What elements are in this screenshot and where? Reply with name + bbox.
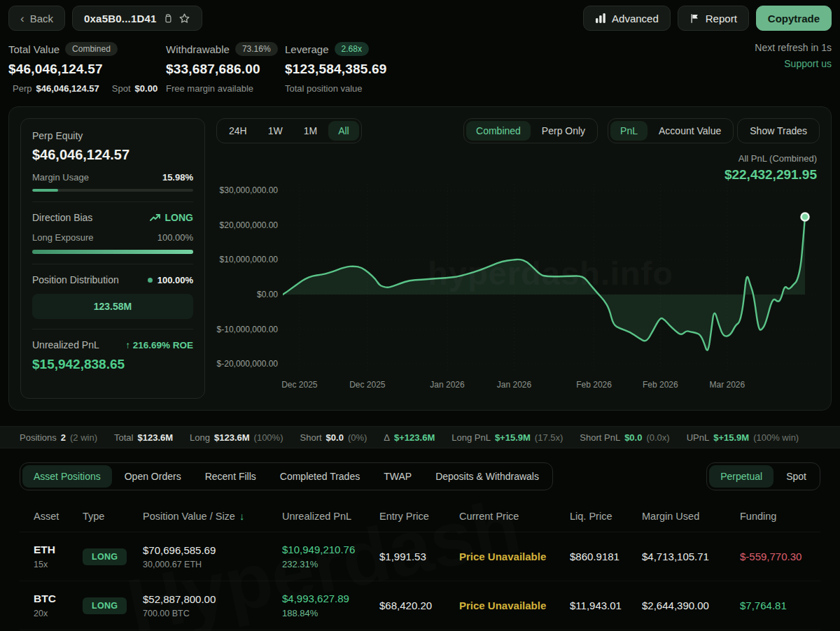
perp-equity-value: $46,046,124.57 (32, 147, 193, 163)
wallet-address-pill[interactable]: 0xa5B0...1D41 (72, 6, 202, 31)
col-header-funding[interactable]: Funding (740, 511, 820, 522)
y-tick-label: $30,000,000.00 (220, 185, 278, 195)
range-1w[interactable]: 1W (258, 121, 293, 141)
spot-label: Spot (112, 83, 131, 94)
positions-table: Hyperdash AssetTypePosition Value / Size… (20, 500, 820, 630)
mode-perp-only[interactable]: Perp Only (532, 121, 595, 141)
chart-plot-area[interactable]: hyperdash.info (283, 184, 818, 373)
next-refresh-text: Next refresh in 1s (755, 42, 832, 53)
margin-usage-label: Margin Usage (32, 172, 89, 183)
position-distribution-section: Position Distribution 100.00% 123.58M (32, 264, 193, 329)
spot-value: $0.00 (135, 83, 158, 94)
advanced-label: Advanced (612, 13, 659, 24)
chart-x-axis: Dec 2025Dec 2025Jan 2026Jan 2026Feb 2026… (283, 380, 818, 391)
show-trades-group: Show Trades (737, 118, 820, 143)
account-stats-panel: Perp Equity $46,046,124.57 Margin Usage … (20, 118, 205, 399)
topbar-actions: Advanced Report Copytrade (583, 6, 832, 31)
flag-icon (690, 13, 700, 24)
mode-combined[interactable]: Combined (466, 121, 531, 141)
show-trades-show-trades[interactable]: Show Trades (740, 121, 817, 141)
x-tick-label: Feb 2026 (643, 380, 678, 390)
distribution-dot-icon (148, 278, 153, 283)
long-exposure-label: Long Exposure (32, 232, 93, 243)
positions-stat-long-pnl: Long PnL$+15.9M(17.5x) (451, 432, 563, 443)
long-badge: LONG (83, 597, 127, 614)
withdrawable-pct-badge: 73.16% (235, 42, 278, 56)
tab-asset-positions[interactable]: Asset Positions (22, 465, 112, 488)
perp-equity-label: Perp Equity (32, 130, 193, 141)
tab-open-orders[interactable]: Open Orders (113, 465, 192, 488)
withdrawable-block: Withdrawable 73.16% $33,687,686.00 Free … (166, 42, 276, 94)
view-account-value[interactable]: Account Value (649, 121, 731, 141)
copytrade-button[interactable]: Copytrade (756, 6, 832, 31)
positions-stat-positions: Positions2(2 win) (20, 432, 97, 443)
copytrade-label: Copytrade (768, 13, 820, 24)
toggle-spot[interactable]: Spot (775, 465, 818, 488)
mode-group: CombinedPerp Only (463, 118, 598, 143)
chart-panel: 24H1W1MAllCombinedPerp OnlyPnLAccount Va… (205, 118, 820, 399)
chart-end-marker[interactable] (802, 213, 809, 221)
tab-deposits-withdrawals[interactable]: Deposits & Withdrawals (424, 465, 550, 488)
wallet-address: 0xa5B0...1D41 (84, 13, 157, 24)
distribution-amount-box: 123.58M (32, 294, 193, 319)
bar-chart-icon (595, 13, 606, 24)
roe-value: ↑ 216.69% ROE (125, 340, 193, 350)
support-us-link[interactable]: Support us (755, 58, 832, 69)
distribution-pct: 100.00% (158, 275, 193, 285)
toggle-perpetual[interactable]: Perpetual (709, 465, 774, 488)
range-all[interactable]: All (328, 121, 359, 141)
tab-recent-fills[interactable]: Recent Fills (194, 465, 267, 488)
perp-value: $46,046,124.57 (36, 83, 99, 94)
pnl-line-chart (283, 184, 818, 373)
margin-usage-bar (32, 189, 193, 192)
advanced-button[interactable]: Advanced (583, 6, 671, 31)
report-button[interactable]: Report (678, 6, 749, 31)
leverage-value: $123,584,385.69 (285, 62, 387, 77)
tab-twap[interactable]: TWAP (372, 465, 423, 488)
x-tick-label: Dec 2025 (281, 380, 317, 390)
sort-desc-icon: ↓ (239, 511, 244, 522)
col-header-margin-used[interactable]: Margin Used (642, 511, 740, 522)
star-icon[interactable] (178, 13, 190, 24)
long-exposure-pct: 100.00% (158, 232, 193, 243)
col-header-type[interactable]: Type (83, 511, 143, 522)
equity-chart-card: Perp Equity $46,046,124.57 Margin Usage … (8, 106, 832, 411)
positions-stat-upnl: UPnL$+15.9M(100% win) (687, 432, 799, 443)
range-24h[interactable]: 24H (219, 121, 257, 141)
position-row-eth[interactable]: ETH15xLONG$70,696,585.6930,000.67 ETH$10… (20, 532, 820, 581)
col-header-unrealized-pnl[interactable]: Unrealized PnL (282, 511, 379, 522)
total-value: $46,046,124.57 (8, 62, 158, 77)
positions-stat-long: Long$123.6M(100%) (190, 432, 283, 443)
total-value-block: Total Value Combined $46,046,124.57 Perp… (8, 42, 158, 94)
copy-icon[interactable] (162, 13, 173, 24)
col-header-asset[interactable]: Asset (34, 511, 83, 522)
y-tick-label: $0.00 (257, 290, 278, 299)
view-pnl[interactable]: PnL (610, 121, 648, 141)
positions-stat-short-pnl: Short PnL$0.0(0.0x) (580, 432, 669, 443)
top-bar: ‹ Back 0xa5B0...1D41 Advanced (0, 0, 840, 31)
pnl-chart: $30,000,000.00$20,000,000.00$10,000,000.… (205, 184, 820, 408)
back-button[interactable]: ‹ Back (8, 6, 65, 31)
col-header-liq-price[interactable]: Liq. Price (570, 511, 642, 522)
leverage-label: Leverage (285, 43, 329, 55)
range-1m[interactable]: 1M (294, 121, 327, 141)
app-root: ‹ Back 0xa5B0...1D41 Advanced (0, 0, 840, 630)
tab-completed-trades[interactable]: Completed Trades (269, 465, 371, 488)
col-header-current-price[interactable]: Current Price (459, 511, 570, 522)
position-row-btc[interactable]: BTC20xLONG$52,887,800.00700.00 BTC$4,993… (20, 581, 820, 630)
unrealized-pnl-section: Unrealized PnL ↑ 216.69% ROE $15,942,838… (32, 329, 193, 382)
all-pnl-label: All PnL (Combined) (724, 153, 817, 164)
market-type-toggle: PerpetualSpot (706, 462, 820, 490)
y-tick-label: $10,000,000.00 (220, 255, 278, 264)
x-tick-label: Feb 2026 (576, 380, 612, 390)
y-tick-label: $-10,000,000.00 (217, 325, 278, 334)
positions-stat-total: Total$123.6M (114, 432, 173, 443)
back-label: Back (30, 13, 53, 24)
positions-stat-short: Short$0.0(0%) (300, 432, 368, 443)
x-tick-label: Mar 2026 (709, 380, 745, 390)
col-header-entry-price[interactable]: Entry Price (379, 511, 459, 522)
col-header-position-value-size[interactable]: Position Value / Size↓ (143, 511, 282, 522)
unrealized-pnl-value: $15,942,838.65 (32, 357, 193, 372)
chevron-left-icon: ‹ (20, 13, 24, 24)
long-exposure-bar (32, 250, 193, 254)
